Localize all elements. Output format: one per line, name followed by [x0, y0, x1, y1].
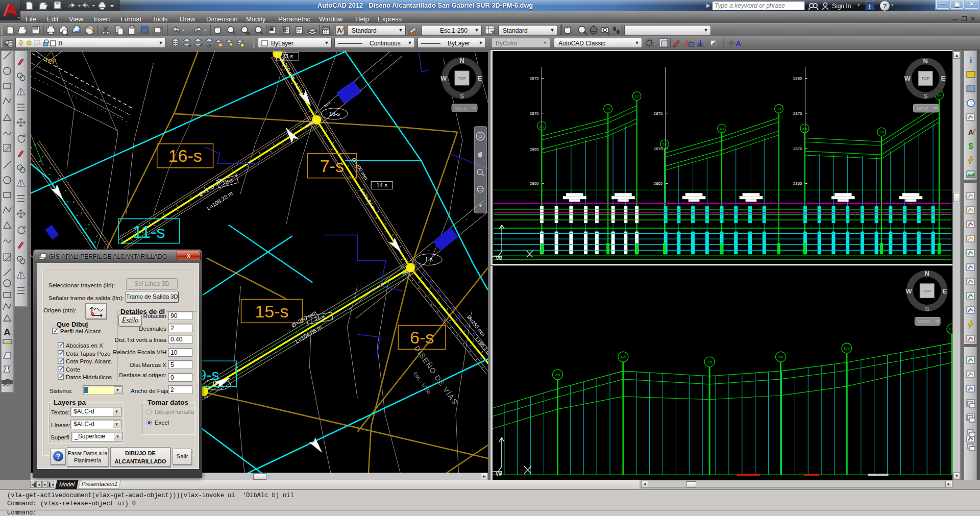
svg-text:WCS: WCS	[455, 105, 467, 111]
svg-text:TOP: TOP	[923, 289, 931, 293]
svg-text:2-s: 2-s	[555, 373, 560, 377]
svg-text:N: N	[459, 57, 464, 64]
svg-text:3-s: 3-s	[606, 107, 610, 111]
svg-text:2865: 2865	[530, 147, 539, 152]
svg-text:11-s: 11-s	[133, 222, 165, 241]
svg-text:7-s: 7-s	[879, 130, 884, 134]
svg-text:E: E	[943, 287, 947, 295]
svg-text:12-s: 12-s	[212, 381, 223, 387]
svg-text:A: A	[4, 327, 11, 337]
svg-text:15-s: 15-s	[255, 302, 288, 321]
svg-text:W: W	[496, 470, 502, 477]
svg-text:1: 1	[969, 100, 972, 106]
svg-text:S: S	[923, 92, 928, 100]
svg-text:W: W	[905, 287, 912, 295]
svg-text:A: A	[968, 128, 973, 136]
svg-text:TOP: TOP	[921, 76, 929, 81]
svg-text:2875: 2875	[654, 111, 663, 116]
svg-text:13-s: 13-s	[948, 327, 952, 331]
svg-text:1-s: 1-s	[425, 257, 433, 263]
svg-text:7-s: 7-s	[707, 360, 712, 364]
svg-text:4-s: 4-s	[720, 127, 724, 131]
svg-text:14-s: 14-s	[377, 182, 388, 188]
svg-text:2870: 2870	[793, 146, 802, 151]
svg-text:E: E	[941, 75, 946, 82]
svg-text:➕A: ➕A	[727, 39, 741, 48]
svg-text:2860: 2860	[530, 181, 539, 186]
svg-text:4-s: 4-s	[621, 355, 626, 359]
svg-text:i: i	[970, 56, 972, 65]
svg-text:2865: 2865	[654, 181, 663, 186]
svg-text:W: W	[440, 75, 447, 82]
svg-text:S: S	[925, 305, 929, 313]
svg-text:2875: 2875	[530, 76, 539, 81]
svg-text:W: W	[904, 75, 911, 82]
svg-text:2870: 2870	[530, 111, 539, 116]
svg-text:5-s: 5-s	[663, 142, 667, 146]
svg-text:N: N	[923, 57, 928, 65]
svg-text:$: $	[969, 142, 973, 151]
svg-text:2-s: 2-s	[540, 125, 544, 128]
svg-text:2865: 2865	[793, 181, 802, 186]
svg-text:S: S	[460, 92, 464, 100]
svg-text:9-s: 9-s	[778, 355, 783, 359]
svg-text:16-s: 16-s	[329, 111, 340, 117]
svg-text:7-s: 7-s	[320, 156, 344, 176]
svg-text:E: E	[478, 75, 482, 82]
svg-text:2880: 2880	[793, 76, 802, 81]
svg-text:WCS: WCS	[918, 318, 930, 324]
svg-text:TOP: TOP	[458, 76, 466, 81]
svg-text:W: W	[496, 254, 502, 262]
svg-text:Top: Top	[44, 56, 56, 64]
svg-text:16-s: 16-s	[168, 146, 202, 165]
svg-text:N: N	[925, 269, 929, 277]
svg-text:6-s: 6-s	[410, 328, 434, 347]
svg-text:2875: 2875	[793, 111, 802, 116]
svg-text:3-s: 3-s	[776, 107, 781, 111]
svg-text:WCS: WCS	[917, 106, 928, 111]
svg-text:4-s: 4-s	[802, 127, 807, 131]
svg-text:1-s: 1-s	[634, 94, 639, 98]
svg-text:11-s: 11-s	[843, 347, 850, 350]
